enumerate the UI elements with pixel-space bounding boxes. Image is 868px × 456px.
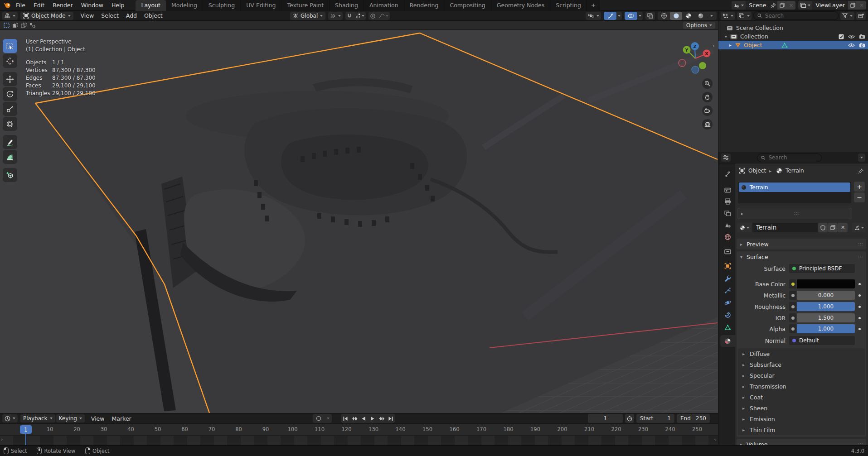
color-socket-button[interactable] [789,279,796,288]
select-mode-invert-button[interactable] [29,22,36,29]
shading-wireframe-button[interactable] [658,12,670,20]
keyframe-dot[interactable] [858,328,861,330]
auto-keying-dropdown[interactable] [325,414,332,423]
tab-world-icon[interactable] [723,232,732,241]
jump-to-start-button[interactable] [341,414,350,423]
timeline-tracks[interactable]: › ‹ [0,435,718,446]
tool-scale[interactable] [3,102,17,116]
tab-material-icon[interactable] [723,336,732,346]
shading-dropdown[interactable] [707,12,717,20]
normal-selector[interactable]: Default [789,336,855,345]
new-material-copy-icon[interactable] [828,223,838,232]
unlink-material-button[interactable]: ✕ [838,223,848,232]
tab-tool-icon[interactable] [723,170,732,179]
properties-search-input[interactable] [767,154,818,161]
show-overlays-toggle[interactable] [625,12,637,20]
gizmo-y-axis[interactable]: Y [685,48,689,53]
subpanel-subsurface[interactable]: ▸Subsurface [738,359,865,370]
preview-panel[interactable]: ▸ Preview ∷∷ [737,239,866,250]
tool-select-box[interactable] [3,39,17,53]
tab-rendering[interactable]: Rendering [404,0,445,11]
menu-render[interactable]: Render [48,0,77,11]
add-material-slot-button[interactable]: + [854,182,865,192]
subpanel-emission[interactable]: ▸Emission [738,413,865,424]
tab-object-icon[interactable] [723,261,732,270]
tool-cursor[interactable] [3,54,17,68]
play-button[interactable] [368,414,377,423]
tab-scripting[interactable]: Scripting [550,0,587,11]
proportional-edit-toggle[interactable] [369,12,377,20]
playhead[interactable] [25,433,26,445]
scene-unlink-button[interactable]: ✕ [786,1,795,10]
timeline-ruler[interactable]: 10 20 30 40 50 60 70 80 90 100 110 120 1… [0,424,718,435]
collapse-icon[interactable]: ▾ [725,34,728,39]
hide-eye-icon[interactable] [848,43,855,48]
tab-collection-icon[interactable] [723,247,732,256]
tool-transform[interactable] [3,117,17,131]
camera-visibility-icon[interactable] [859,43,865,48]
pivot-point-selector[interactable] [328,12,343,20]
sidebar-collapse-arrow[interactable]: ‹ [713,43,715,49]
view-layer-browse-button[interactable] [798,1,812,10]
roughness-slider[interactable]: 1.000 [797,302,855,311]
select-mode-subtract-button[interactable] [20,22,28,29]
pin-icon[interactable] [858,168,863,174]
menu-view[interactable]: View [77,12,98,19]
tab-modifiers-icon[interactable] [723,274,732,283]
view-layer-remove-button[interactable]: ✕ [857,1,866,10]
outliner-row-scene-collection[interactable]: Scene Collection [718,24,868,32]
outliner-search[interactable] [753,11,839,20]
select-mode-extend-button[interactable] [11,22,19,29]
checkbox-icon[interactable] [839,34,844,39]
fake-user-shield-icon[interactable] [818,223,828,232]
auto-keying-toggle[interactable] [313,414,325,423]
properties-options-dropdown[interactable] [858,154,865,162]
volume-panel[interactable]: ▸ Volume ∷∷ [737,439,866,445]
outliner-row-object[interactable]: ▸ Object [718,41,868,49]
keyframe-dot[interactable] [858,283,861,285]
menu-object[interactable]: Object [141,12,166,19]
snap-toggle-button[interactable] [345,12,354,20]
scene-browse-button[interactable] [732,1,746,10]
tab-layout[interactable]: Layout [136,0,166,11]
gizmos-dropdown[interactable] [616,12,622,20]
navigation-gizmo[interactable]: Z Y X [677,34,713,76]
float-socket-button[interactable] [789,302,796,311]
prev-keyframe-button[interactable] [350,414,359,423]
gizmo-neg-x-axis[interactable] [679,59,686,67]
end-frame-field[interactable]: End 250 [677,414,710,423]
outliner-display-mode-selector[interactable] [721,12,735,20]
playback-menu[interactable]: Playback [20,414,55,422]
viewport-canvas[interactable] [0,30,718,413]
current-frame-field[interactable]: 1 [588,414,623,423]
mode-selector[interactable]: Object Mode [20,12,73,20]
options-button[interactable]: Options [683,22,715,29]
subpanel-specular[interactable]: ▸Specular [738,370,865,381]
next-keyframe-button[interactable] [377,414,386,423]
subpanel-thin-film[interactable]: ▸Thin Film [738,424,865,435]
add-workspace-button[interactable]: + [587,0,600,11]
base-color-swatch[interactable] [797,279,855,288]
outliner-row-collection[interactable]: ▾ Collection [718,32,868,41]
float-socket-button[interactable] [789,313,796,322]
gizmo-x-axis[interactable]: X [705,51,708,56]
viewport[interactable]: User Perspective (1) Collection | Object… [0,30,718,413]
node-tree-selector[interactable] [852,223,866,232]
keyframe-dot[interactable] [858,306,861,308]
pin-icon[interactable] [769,3,777,8]
outliner-filter-button[interactable] [840,12,854,20]
timeline-view-menu[interactable]: View [87,415,108,422]
keyframe-dot[interactable] [858,294,861,297]
collapse-right-icon[interactable]: ‹ [714,437,716,442]
tab-sculpting[interactable]: Sculpting [203,0,241,11]
timeline-marker-menu[interactable]: Marker [108,415,135,422]
alpha-slider[interactable]: 1.000 [797,324,855,333]
slot-specials-row[interactable]: ▸ ∷∷ [737,208,852,219]
overlays-dropdown[interactable] [637,12,643,20]
remove-material-slot-button[interactable]: − [854,192,865,202]
shading-rendered-button[interactable] [694,12,707,20]
stopwatch-icon[interactable] [625,414,634,423]
perspective-toggle-button[interactable] [702,119,713,130]
new-collection-button[interactable] [856,12,866,20]
jump-to-end-button[interactable] [386,414,395,423]
